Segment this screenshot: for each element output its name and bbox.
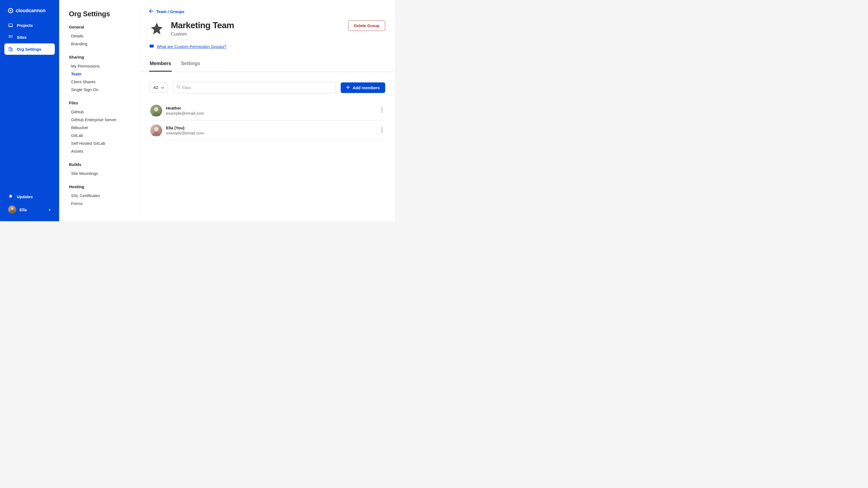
settings-link-assets[interactable]: Assets (69, 147, 133, 155)
svg-rect-8 (12, 37, 12, 38)
settings-link-branding[interactable]: Branding (69, 40, 133, 48)
building-icon (8, 46, 13, 52)
add-members-button[interactable]: Add members (341, 83, 385, 93)
avatar (8, 205, 16, 214)
svg-rect-6 (9, 37, 9, 38)
settings-heading-builds: Builds (69, 162, 133, 167)
caret-right-icon (49, 207, 51, 212)
nav-updates[interactable]: Updates (4, 191, 55, 202)
help-link[interactable]: What are Custom Permission Groups? (149, 44, 226, 49)
svg-point-22 (381, 131, 382, 132)
svg-rect-4 (10, 35, 11, 36)
svg-point-19 (154, 127, 158, 131)
settings-link-team[interactable]: Team (69, 70, 133, 78)
svg-rect-12 (9, 49, 10, 50)
delete-group-button[interactable]: Delete Group (348, 20, 385, 31)
brand[interactable]: cloudcannon (0, 5, 59, 20)
svg-point-17 (381, 109, 382, 110)
svg-point-18 (381, 111, 382, 112)
nav-label: Updates (17, 194, 33, 199)
tab-settings[interactable]: Settings (180, 58, 201, 72)
add-label: Add members (352, 86, 380, 90)
settings-link-sso[interactable]: Single Sign-On (69, 86, 133, 94)
svg-point-20 (381, 127, 382, 129)
svg-rect-10 (11, 48, 12, 51)
primary-nav: cloudcannon Projects Sites Org Settings (0, 0, 59, 221)
svg-rect-2 (9, 24, 12, 26)
plus-icon (346, 86, 350, 90)
brand-name: cloudcannon (16, 8, 45, 13)
settings-title: Org Settings (69, 10, 133, 18)
avatar (150, 105, 162, 117)
member-row: Heather example@email.com (149, 101, 385, 121)
svg-point-15 (154, 107, 158, 111)
nav-org-settings[interactable]: Org Settings (4, 43, 55, 55)
svg-rect-5 (12, 35, 12, 36)
user-name: Ella (20, 207, 27, 212)
svg-rect-11 (9, 48, 10, 48)
settings-link-ssl[interactable]: SSL Certificates (69, 192, 133, 199)
member-name: Ella (You) (166, 126, 376, 130)
tab-members[interactable]: Members (149, 58, 172, 72)
settings-link-self-gitlab[interactable]: Self Hosted GitLab (69, 139, 133, 147)
settings-link-details[interactable]: Details (69, 32, 133, 40)
main-content: Team / Groups Marketing Team Custom Dele… (140, 0, 395, 221)
member-email: example@email.com (166, 131, 376, 135)
settings-link-ghe[interactable]: GitHub Enterprise Server (69, 116, 133, 124)
filter-field[interactable] (173, 82, 336, 93)
sort-label: AZ (153, 86, 158, 90)
svg-rect-7 (10, 37, 11, 38)
settings-link-site-mountings[interactable]: Site Mountings (69, 169, 133, 177)
nav-user[interactable]: Ella (4, 203, 55, 216)
svg-point-16 (381, 108, 382, 109)
laptop-icon (8, 23, 13, 28)
settings-link-client-shares[interactable]: Client Shares (69, 78, 133, 86)
settings-link-github[interactable]: GitHub (69, 108, 133, 116)
settings-link-gitlab[interactable]: GitLab (69, 131, 133, 139)
page-title: Marketing Team (171, 20, 234, 30)
nav-projects[interactable]: Projects (4, 20, 55, 31)
member-row: Ella (You) example@email.com (149, 121, 385, 140)
brand-logo-icon (8, 8, 13, 13)
nav-sites[interactable]: Sites (4, 31, 55, 43)
search-icon (176, 85, 181, 90)
member-name: Heather (166, 106, 376, 110)
settings-sidebar: Org Settings General Details Branding Sh… (59, 0, 140, 221)
avatar (150, 124, 162, 136)
breadcrumb-back[interactable]: Team / Groups (149, 9, 385, 14)
member-menu-button[interactable] (380, 106, 384, 115)
breadcrumb-text: Team / Groups (156, 9, 184, 14)
grid-icon (8, 35, 13, 40)
svg-point-13 (11, 207, 13, 210)
help-text: What are Custom Permission Groups? (157, 44, 226, 49)
settings-heading-general: General (69, 25, 133, 29)
bell-icon (8, 194, 13, 199)
nav-label: Projects (17, 23, 33, 28)
sort-button[interactable]: AZ (149, 83, 168, 93)
star-icon (149, 21, 164, 36)
settings-heading-sharing: Sharing (69, 55, 133, 59)
arrow-left-icon (149, 9, 154, 14)
book-icon (149, 44, 154, 49)
nav-label: Org Settings (17, 47, 41, 52)
filter-input[interactable] (181, 83, 332, 92)
nav-label: Sites (17, 35, 27, 40)
settings-link-forms[interactable]: Forms (69, 199, 133, 207)
settings-heading-hosting: Hosting (69, 184, 133, 189)
svg-rect-3 (9, 35, 9, 36)
settings-heading-files: Files (69, 101, 133, 105)
page-subtitle: Custom (171, 31, 234, 37)
member-email: example@email.com (166, 111, 376, 116)
settings-link-bitbucket[interactable]: Bitbucket (69, 124, 133, 131)
chevron-down-icon (161, 86, 164, 90)
svg-point-1 (10, 10, 11, 11)
member-menu-button[interactable] (380, 126, 384, 135)
settings-link-my-permissions[interactable]: My Permissions (69, 62, 133, 70)
svg-point-21 (381, 129, 382, 130)
